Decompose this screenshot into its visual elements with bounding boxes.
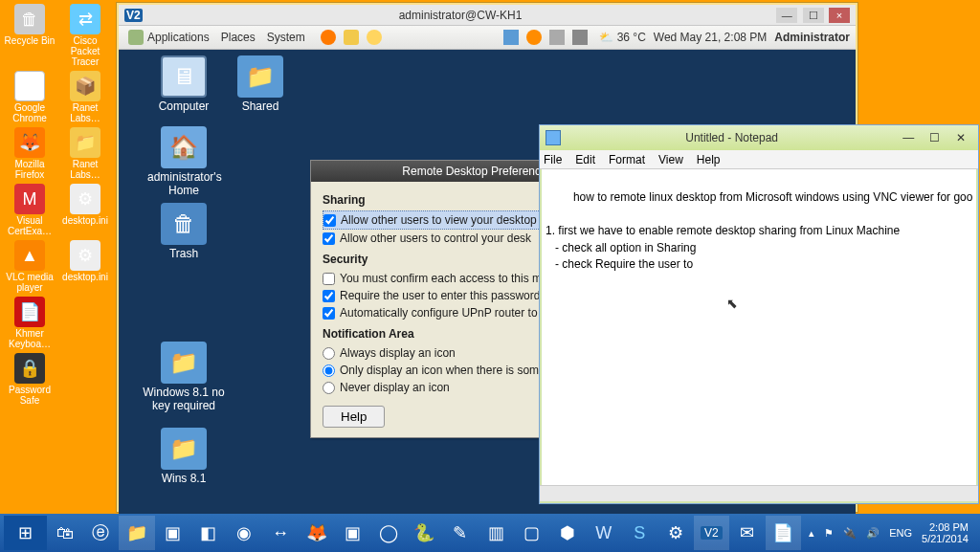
checkbox-allow-control[interactable] bbox=[323, 232, 335, 245]
close-button[interactable]: ✕ bbox=[949, 131, 972, 144]
menu-places[interactable]: Places bbox=[221, 31, 256, 44]
mail-launcher-icon[interactable] bbox=[344, 30, 359, 45]
menu-edit[interactable]: Edit bbox=[575, 153, 595, 166]
close-button[interactable]: × bbox=[829, 8, 850, 23]
tray-language[interactable]: ENG bbox=[889, 527, 912, 539]
update-icon[interactable] bbox=[526, 30, 542, 45]
tray-chevron-up-icon[interactable]: ▴ bbox=[809, 527, 814, 540]
label: Only display an icon when there is some bbox=[340, 364, 546, 377]
taskbar-terminal2[interactable]: ▣ bbox=[334, 516, 370, 550]
display-icon[interactable] bbox=[503, 30, 519, 45]
start-button[interactable]: ⊞ bbox=[4, 516, 47, 550]
folder-icon: 📁 bbox=[161, 342, 207, 384]
desktop-icon-firefox[interactable]: 🦊Mozilla Firefox bbox=[4, 127, 56, 180]
taskbar-sublime[interactable]: ◧ bbox=[190, 516, 227, 550]
g-icon-computer[interactable]: 🖥Computer bbox=[147, 55, 220, 113]
gnome-user-menu[interactable]: Administrator bbox=[774, 31, 850, 44]
notepad-titlebar[interactable]: Untitled - Notepad — ☐ ✕ bbox=[540, 125, 978, 150]
help-launcher-icon[interactable] bbox=[367, 30, 382, 45]
menu-applications[interactable]: Applications bbox=[147, 31, 210, 44]
desktop-icon-visual-certexam[interactable]: MVisual CertExa… bbox=[4, 184, 56, 236]
label: Windows 8.1 no key required bbox=[143, 386, 224, 412]
notepad-window[interactable]: Untitled - Notepad — ☐ ✕ File Edit Forma… bbox=[539, 124, 979, 504]
radio-some[interactable] bbox=[323, 364, 335, 377]
checkbox-confirm[interactable] bbox=[323, 273, 335, 285]
volume-icon[interactable] bbox=[549, 30, 565, 45]
taskbar-ie[interactable]: ⓔ bbox=[83, 516, 120, 550]
horizontal-scrollbar[interactable] bbox=[540, 485, 978, 501]
g-icon-home[interactable]: 🏠administrator's Home bbox=[147, 126, 220, 197]
taskbar-notepad2[interactable]: ✎ bbox=[442, 516, 479, 550]
taskbar-chrome[interactable]: ◉ bbox=[227, 516, 263, 550]
lock-icon: 🔒 bbox=[14, 353, 45, 384]
taskbar-store[interactable]: 🛍 bbox=[47, 516, 83, 550]
notepad-textarea[interactable]: how to remote linux desktop from Microso… bbox=[540, 169, 978, 485]
taskbar-cmd[interactable]: ▣ bbox=[155, 516, 191, 550]
gnome-top-panel[interactable]: Applications Places System ⛅ 36 °C Wed M… bbox=[119, 26, 856, 50]
desktop-icon-ranet-2[interactable]: 📁Ranet Labs… bbox=[59, 127, 111, 180]
windows-taskbar[interactable]: ⊞ 🛍 ⓔ 📁 ▣ ◧ ◉ ↔ 🦊 ▣ ◯ 🐍 ✎ ▥ ▢ ⬢ W S ⚙ V2… bbox=[0, 514, 980, 552]
taskbar-notepad[interactable]: 📄 bbox=[766, 516, 802, 550]
chrome-icon: ◉ bbox=[14, 71, 45, 101]
desktop-icon-packet-tracer[interactable]: ⇄Cisco Packet Tracer bbox=[59, 4, 111, 67]
weather-text[interactable]: ⛅ 36 °C bbox=[599, 31, 646, 44]
taskbar-vm[interactable]: ▥ bbox=[478, 516, 514, 550]
desktop-icon-recycle-bin[interactable]: 🗑Recycle Bin bbox=[4, 4, 56, 67]
minimize-button[interactable]: — bbox=[776, 8, 797, 23]
checkbox-allow-view[interactable] bbox=[323, 214, 336, 227]
taskbar-explorer[interactable]: 📁 bbox=[119, 516, 155, 550]
minimize-button[interactable]: — bbox=[897, 131, 920, 144]
menu-view[interactable]: View bbox=[658, 153, 683, 166]
checkbox-upnp[interactable] bbox=[323, 307, 335, 320]
system-tray[interactable]: ▴ ⚑ 🔌 🔊 ENG 2:08 PM 5/21/2014 bbox=[801, 521, 976, 544]
taskbar-settings[interactable]: ⚙ bbox=[657, 516, 694, 550]
g-icon-shared[interactable]: 📁Shared bbox=[224, 55, 297, 113]
firefox-launcher-icon[interactable] bbox=[321, 30, 336, 45]
menu-file[interactable]: File bbox=[544, 153, 562, 166]
label: administrator's Home bbox=[147, 170, 222, 197]
g-icon-trash[interactable]: 🗑Trash bbox=[147, 203, 220, 260]
taskbar-vnc[interactable]: V2 bbox=[694, 516, 730, 550]
menu-format[interactable]: Format bbox=[609, 153, 645, 166]
recycle-bin-icon: 🗑 bbox=[14, 4, 45, 34]
desktop-icon-password-safe[interactable]: 🔒Password Safe bbox=[4, 353, 56, 406]
taskbar-screen[interactable]: ▢ bbox=[514, 516, 550, 550]
desktop-icon-ini-2[interactable]: ⚙desktop.ini bbox=[59, 240, 111, 293]
taskbar-mail[interactable]: ✉ bbox=[729, 516, 766, 550]
tray-flag-icon[interactable]: ⚑ bbox=[824, 527, 834, 540]
tray-time: 2:08 PM bbox=[922, 521, 969, 533]
menu-system[interactable]: System bbox=[267, 31, 305, 44]
label: Mozilla Firefox bbox=[14, 159, 44, 180]
maximize-button[interactable]: ☐ bbox=[924, 131, 947, 144]
desktop-icon-vlc[interactable]: ▲VLC media player bbox=[4, 240, 56, 293]
vnc-titlebar[interactable]: V2 administrator@CW-KH1 — ☐ × bbox=[119, 5, 856, 26]
desktop-icon-ini-1[interactable]: ⚙desktop.ini bbox=[59, 184, 111, 236]
radio-never[interactable] bbox=[323, 382, 335, 394]
taskbar-skype[interactable]: S bbox=[622, 516, 658, 550]
network-icon[interactable] bbox=[572, 30, 588, 45]
menu-help[interactable]: Help bbox=[697, 153, 721, 166]
notepad-menubar[interactable]: File Edit Format View Help bbox=[540, 150, 978, 169]
taskbar-gns3[interactable]: ⬢ bbox=[549, 516, 586, 550]
computer-icon: 🖥 bbox=[161, 55, 207, 98]
g-icon-wins81[interactable]: 📁Wins 8.1 bbox=[147, 428, 220, 485]
label: Ranet Labs… bbox=[70, 159, 100, 180]
taskbar-camtasia[interactable]: ◯ bbox=[370, 516, 407, 550]
checkbox-password[interactable] bbox=[323, 290, 335, 302]
taskbar-teamviewer[interactable]: ↔ bbox=[262, 516, 299, 550]
desktop-icon-chrome[interactable]: ◉Google Chrome bbox=[4, 71, 56, 123]
taskbar-python[interactable]: 🐍 bbox=[406, 516, 442, 550]
window-buttons: — ☐ × bbox=[774, 8, 850, 23]
desktop-icon-ranet-1[interactable]: 📦Ranet Labs… bbox=[59, 71, 111, 123]
taskbar-word[interactable]: W bbox=[586, 516, 622, 550]
g-icon-win81-nokey[interactable]: 📁Windows 8.1 no key required bbox=[138, 342, 230, 412]
gnome-clock[interactable]: Wed May 21, 2:08 PM bbox=[654, 31, 768, 44]
taskbar-firefox[interactable]: 🦊 bbox=[299, 516, 335, 550]
tray-clock[interactable]: 2:08 PM 5/21/2014 bbox=[922, 521, 969, 544]
radio-always[interactable] bbox=[323, 347, 335, 360]
desktop-icon-khmer-keyboard[interactable]: 📄Khmer Keyboa… bbox=[4, 297, 56, 349]
tray-power-icon[interactable]: 🔌 bbox=[843, 527, 857, 540]
maximize-button[interactable]: ☐ bbox=[803, 8, 824, 23]
tray-volume-icon[interactable]: 🔊 bbox=[866, 527, 880, 540]
help-button[interactable]: Help bbox=[323, 406, 385, 428]
